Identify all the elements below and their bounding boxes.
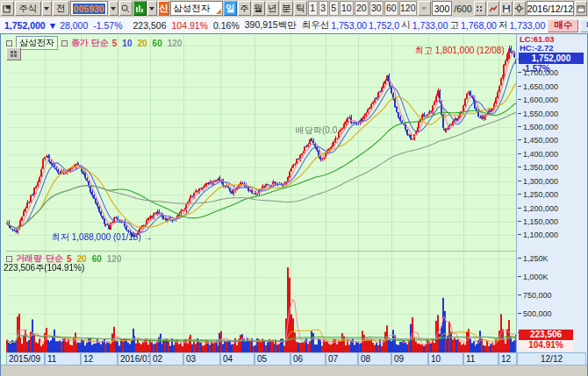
period-button-분[interactable]: 분 xyxy=(280,1,293,16)
period-button-월[interactable]: 월 xyxy=(252,1,265,16)
axis-tick: 1,500,000 xyxy=(517,123,587,131)
turnover-pct: 0.16% xyxy=(213,20,240,31)
axis-tick: 1,300,000 xyxy=(517,177,587,186)
date-cell-08: 08 xyxy=(358,352,391,365)
cycle-button-120[interactable]: 120 xyxy=(399,1,417,16)
lc-hc-readout: LC:61.03 HC:-2.72 xyxy=(517,34,587,53)
date-cell-11: 11 xyxy=(463,352,498,365)
legend-bullet-icon xyxy=(6,40,12,46)
asset-class-label: 주식 xyxy=(18,4,37,13)
current-price: 1,752,000 xyxy=(4,20,46,31)
search-icon[interactable] xyxy=(119,1,133,16)
volume-readout: 223,506주(104.91%) xyxy=(4,262,84,274)
dots-icon[interactable] xyxy=(474,1,486,16)
cycle-button-30[interactable]: 30 xyxy=(369,1,384,16)
save-icon[interactable] xyxy=(500,1,513,16)
window-flip-icon[interactable] xyxy=(1,1,14,16)
current-price-pct: -1.57% xyxy=(522,64,550,74)
sell-button[interactable]: 매도 xyxy=(580,19,588,32)
ma-window-60: 60 xyxy=(92,254,102,264)
ma-window-5: 5 xyxy=(112,39,118,48)
hc-value: HC:-2.72 xyxy=(520,44,587,53)
period-button-년[interactable]: 년 xyxy=(266,1,279,16)
legend-bullet-icon xyxy=(6,256,12,262)
chart-style-icon[interactable] xyxy=(133,1,147,16)
bottom-strip xyxy=(1,365,587,376)
axis-tick: 1,350,000 xyxy=(517,163,587,172)
open-label: 시 xyxy=(401,19,411,32)
stock-name-value: 삼성전자 xyxy=(173,3,210,15)
cycle-caret[interactable] xyxy=(418,1,431,16)
chart-style-caret[interactable] xyxy=(147,1,157,16)
axis-tick: 1,100,000 xyxy=(517,231,587,239)
axis-tick: 1,650,000 xyxy=(517,82,587,91)
date-cell-05: 05 xyxy=(255,352,290,365)
date-axis: 2015/0911122016/010203040506070809101112 xyxy=(6,352,517,365)
low-price: 1,733,00 xyxy=(509,20,545,31)
current-volume-marker: 223,506 xyxy=(519,330,573,340)
date-input[interactable]: 2016/12/12 xyxy=(527,1,574,16)
date-cell-12: 12 xyxy=(498,352,517,365)
stock-chart-window: { "toolbar": { "asset_class": "주식", "jeo… xyxy=(0,0,588,376)
stock-code-value: 005930 xyxy=(73,4,105,14)
high-label: 고 xyxy=(450,19,460,32)
legend-bullet-icon xyxy=(61,40,68,46)
period-button-주[interactable]: 주 xyxy=(238,1,251,16)
new-badge: 신 xyxy=(158,1,169,16)
gear-icon[interactable] xyxy=(513,1,526,16)
cycle-button-3[interactable]: 3 xyxy=(319,1,328,16)
cycle-button-1[interactable]: 1 xyxy=(308,1,318,16)
stock-name-field[interactable]: 삼성전자 xyxy=(170,1,223,16)
volume-ratio: 104.91% xyxy=(172,20,208,31)
axis-tick: 1,600,000 xyxy=(517,96,587,104)
legend-symbol[interactable]: 삼성전자 xyxy=(16,36,58,50)
high-annotation: 최고 1,801,000 (12/08) → xyxy=(415,45,516,57)
axis-tick: 1,250K xyxy=(517,254,587,263)
calendar-icon[interactable] xyxy=(575,1,587,16)
ma-window-120: 120 xyxy=(107,254,122,264)
stock-code-caret[interactable] xyxy=(109,1,118,16)
axis-tick: 1,200,000 xyxy=(517,204,587,213)
cycle-button-60[interactable]: 60 xyxy=(384,1,398,16)
low-annotation: 최저 1,088,000 (01/18) → xyxy=(52,231,153,244)
axis-tick: 1,400,000 xyxy=(517,150,587,159)
axis-tick: 1,550,000 xyxy=(517,110,587,118)
period-button-틱[interactable]: 틱 xyxy=(294,1,307,16)
price-legend: 삼성전자 종가 단순 5102060120 xyxy=(6,36,182,50)
date-cell-09: 09 xyxy=(391,352,428,365)
price-change-pct: -1.57% xyxy=(93,20,122,31)
stock-code-input[interactable]: 005930 xyxy=(70,1,108,16)
cycle-button-20[interactable]: 20 xyxy=(355,1,369,16)
bar-count-max: /600 xyxy=(453,1,472,16)
cycle-buttons: 13510203060120 xyxy=(308,1,417,16)
trade-value: 390,915백만 xyxy=(245,19,297,32)
ma-window-20: 20 xyxy=(137,39,147,48)
price-axis: 250,000500,000750,0001,000K1,250K1,100,0… xyxy=(516,34,587,365)
price-volume-chart[interactable] xyxy=(6,35,517,352)
high-price: 1,768,00 xyxy=(461,20,497,31)
asset-class-select[interactable]: 주식 xyxy=(15,1,41,16)
axis-tick: 750,000 xyxy=(517,291,587,300)
edit-pencil-icon xyxy=(216,9,221,14)
axis-tick: 500,000 xyxy=(517,309,587,318)
buy-button[interactable]: 매수 xyxy=(548,19,578,32)
chart-tool-button[interactable] xyxy=(6,47,21,60)
date-cell-06: 06 xyxy=(290,352,326,365)
date-cell-03: 03 xyxy=(183,352,220,365)
date-cell-02: 02 xyxy=(150,352,183,365)
period-button-일[interactable]: 일 xyxy=(224,1,237,16)
compare-icon[interactable] xyxy=(487,1,499,16)
bar-count-input[interactable]: 300 xyxy=(432,1,453,16)
open-price: 1,733,00 xyxy=(412,20,448,31)
toolbar: 주식 전 005930 신 삼성전자 일주월년분틱 13510203060120… xyxy=(0,0,588,17)
cycle-button-5[interactable]: 5 xyxy=(329,1,339,16)
axis-tick: 1,150,000 xyxy=(517,217,587,226)
axis-tick: 1,450,000 xyxy=(517,136,587,145)
jeon-button[interactable]: 전 xyxy=(53,1,69,16)
current-price-marker: 1,752,000 xyxy=(519,53,584,64)
period-buttons: 일주월년분틱 xyxy=(224,1,307,16)
last-date-cell: 12/12 xyxy=(517,352,586,365)
cycle-button-10[interactable]: 10 xyxy=(340,1,354,16)
asset-class-caret[interactable] xyxy=(42,1,52,16)
date-cell-11: 11 xyxy=(45,352,81,365)
